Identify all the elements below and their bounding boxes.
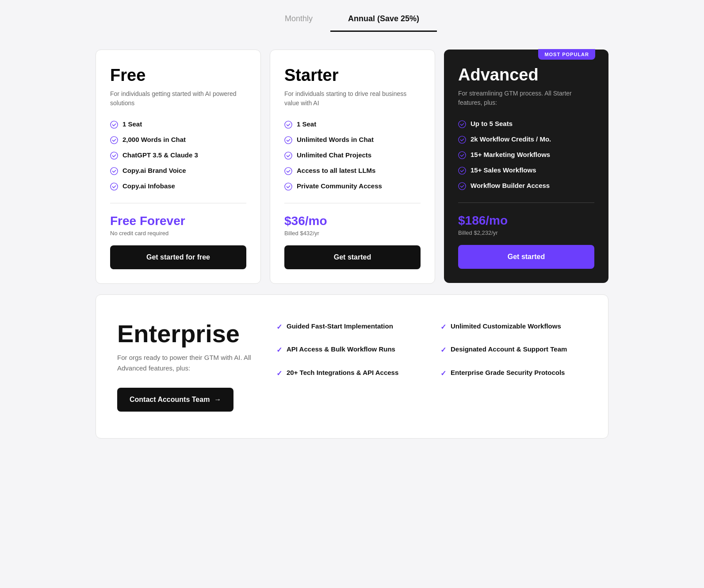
free-plan-title: Free <box>110 66 246 85</box>
svg-point-9 <box>285 183 292 190</box>
list-item: Unlimited Chat Projects <box>284 151 421 160</box>
list-item: 2,000 Words in Chat <box>110 136 246 144</box>
svg-point-8 <box>285 168 292 175</box>
list-item: 1 Seat <box>284 120 421 129</box>
svg-point-6 <box>285 137 292 144</box>
starter-price: $36/mo <box>284 214 421 228</box>
starter-get-started-button[interactable]: Get started <box>284 245 421 269</box>
list-item: ✓ 20+ Tech Integrations & API Access <box>276 368 423 378</box>
plans-row: Free For individuals getting started wit… <box>96 50 608 284</box>
list-item: 1 Seat <box>110 120 246 129</box>
list-item: ✓ Designated Account & Support Team <box>440 344 587 355</box>
check-icon: ✓ <box>440 369 446 378</box>
free-plan-card: Free For individuals getting started wit… <box>96 50 261 284</box>
svg-point-1 <box>111 137 118 144</box>
advanced-billed: Billed $2,232/yr <box>458 229 594 236</box>
svg-point-4 <box>111 183 118 190</box>
advanced-price: $186/mo <box>458 214 594 228</box>
enterprise-features: ✓ Guided Fast-Start Implementation ✓ API… <box>276 321 587 391</box>
svg-point-2 <box>111 152 118 159</box>
advanced-plan-desc: For streamlining GTM process. All Starte… <box>458 89 594 107</box>
svg-point-10 <box>459 121 466 128</box>
check-icon: ✓ <box>276 369 282 378</box>
enterprise-title: Enterprise <box>117 321 259 346</box>
enterprise-left: Enterprise For orgs ready to power their… <box>117 321 259 412</box>
check-icon: ✓ <box>440 345 446 355</box>
list-item: 15+ Marketing Workflows <box>458 151 594 159</box>
contact-accounts-button[interactable]: Contact Accounts Team → <box>117 388 233 412</box>
svg-point-3 <box>111 168 118 175</box>
list-item: Copy.ai Infobase <box>110 182 246 191</box>
advanced-get-started-button[interactable]: Get started <box>458 245 594 269</box>
list-item: Workflow Builder Access <box>458 182 594 190</box>
list-item: Up to 5 Seats <box>458 120 594 128</box>
starter-features-list: 1 Seat Unlimited Words in Chat Unlimited… <box>284 120 421 191</box>
advanced-features-list: Up to 5 Seats 2k Workflow Credits / Mo. … <box>458 120 594 190</box>
list-item: 2k Workflow Credits / Mo. <box>458 135 594 144</box>
enterprise-col-1: ✓ Guided Fast-Start Implementation ✓ API… <box>276 321 423 391</box>
annual-tab[interactable]: Annual (Save 25%) <box>330 9 437 32</box>
billing-toggle: Monthly Annual (Save 25%) <box>96 0 608 32</box>
svg-point-7 <box>285 152 292 159</box>
check-icon: ✓ <box>276 322 282 332</box>
starter-plan-card: Starter For individuals starting to driv… <box>270 50 435 284</box>
free-billed: No credit card required <box>110 230 246 237</box>
list-item: ✓ Enterprise Grade Security Protocols <box>440 368 587 378</box>
starter-plan-title: Starter <box>284 66 421 85</box>
free-plan-desc: For individuals getting started with AI … <box>110 89 246 108</box>
advanced-plan-title: Advanced <box>458 65 594 84</box>
monthly-tab[interactable]: Monthly <box>267 9 330 32</box>
list-item: ✓ Guided Fast-Start Implementation <box>276 321 423 332</box>
list-item: Private Community Access <box>284 182 421 191</box>
svg-point-0 <box>111 121 118 128</box>
advanced-plan-card: MOST POPULAR Advanced For streamlining G… <box>444 50 608 283</box>
arrow-icon: → <box>214 396 221 404</box>
starter-plan-desc: For individuals starting to drive real b… <box>284 89 421 108</box>
check-icon: ✓ <box>440 322 446 332</box>
enterprise-desc: For orgs ready to power their GTM with A… <box>117 352 259 374</box>
list-item: ✓ Unlimited Customizable Workflows <box>440 321 587 332</box>
free-price: Free Forever <box>110 214 246 228</box>
list-item: Access to all latest LLMs <box>284 167 421 175</box>
list-item: Unlimited Words in Chat <box>284 136 421 144</box>
list-item: ChatGPT 3.5 & Claude 3 <box>110 151 246 160</box>
most-popular-badge: MOST POPULAR <box>538 49 595 60</box>
starter-billed: Billed $432/yr <box>284 230 421 237</box>
list-item: 15+ Sales Workflows <box>458 166 594 175</box>
enterprise-col-2: ✓ Unlimited Customizable Workflows ✓ Des… <box>440 321 587 391</box>
svg-point-5 <box>285 121 292 128</box>
enterprise-section: Enterprise For orgs ready to power their… <box>96 294 608 439</box>
svg-point-14 <box>459 183 466 190</box>
free-get-started-button[interactable]: Get started for free <box>110 245 246 269</box>
svg-point-12 <box>459 152 466 159</box>
svg-point-11 <box>459 136 466 143</box>
free-features-list: 1 Seat 2,000 Words in Chat ChatGPT 3.5 &… <box>110 120 246 191</box>
svg-point-13 <box>459 167 466 174</box>
check-icon: ✓ <box>276 345 282 355</box>
list-item: Copy.ai Brand Voice <box>110 167 246 175</box>
list-item: ✓ API Access & Bulk Workflow Runs <box>276 344 423 355</box>
